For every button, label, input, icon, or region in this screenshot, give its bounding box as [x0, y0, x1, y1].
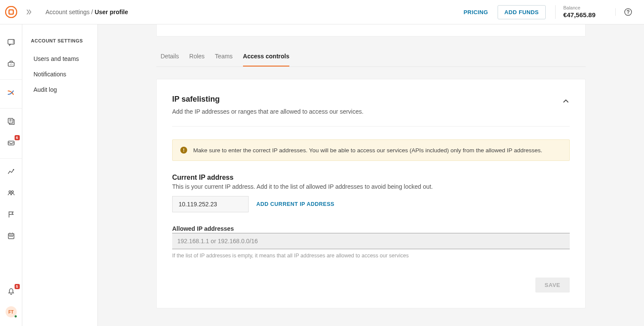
user-avatar[interactable]: FT: [6, 306, 17, 317]
balance-label: Balance: [563, 5, 595, 11]
save-button[interactable]: SAVE: [535, 278, 570, 293]
avatar-initials: FT: [8, 310, 13, 314]
svg-point-7: [13, 42, 14, 43]
rail-chat-icon[interactable]: [3, 34, 20, 51]
bell-badge: 5: [15, 284, 20, 289]
allowed-label: Allowed IP addresses: [172, 225, 570, 232]
help-icon[interactable]: [615, 8, 632, 16]
current-ip-value: 10.119.252.23: [172, 196, 249, 212]
rail-calendar-icon[interactable]: [3, 227, 20, 244]
divider: [172, 126, 570, 127]
sidebar-item-notifications[interactable]: Notifications: [22, 66, 97, 82]
rail-flag-icon[interactable]: [3, 206, 20, 223]
rail-shuffle-icon[interactable]: [3, 84, 20, 101]
svg-point-0: [6, 6, 17, 18]
svg-rect-17: [12, 236, 13, 237]
current-ip-desc: This is your current IP address. Add it …: [172, 183, 570, 190]
rail-team-icon[interactable]: [3, 184, 20, 202]
previous-card-footer: [156, 24, 586, 36]
rail-bell-icon[interactable]: 5: [3, 283, 20, 300]
breadcrumb-current: User profile: [94, 9, 128, 15]
svg-rect-16: [11, 236, 12, 237]
svg-point-3: [628, 13, 629, 14]
svg-point-6: [13, 41, 14, 42]
rail-query-icon[interactable]: [3, 113, 20, 130]
status-dot-icon: [14, 315, 17, 318]
tabs: Details Roles Teams Access controls: [156, 53, 586, 67]
balance-value: €47,565.89: [563, 11, 595, 19]
svg-rect-15: [9, 236, 10, 237]
pricing-link[interactable]: PRICING: [464, 9, 488, 15]
rail-chart-icon[interactable]: [3, 163, 20, 180]
svg-point-5: [13, 40, 14, 41]
badge-count: 6: [15, 135, 20, 140]
section-title: IP safelisting: [172, 95, 364, 104]
tab-access-controls[interactable]: Access controls: [243, 53, 289, 66]
svg-point-13: [11, 191, 13, 193]
sidebar-header: ACCOUNT SETTINGS: [22, 38, 97, 51]
icon-rail: </> 6 5 FT: [0, 24, 22, 326]
warning-alert: ! Make sure to enter the correct IP addr…: [172, 139, 570, 161]
breadcrumb-parent: Account settings /: [46, 9, 94, 15]
warning-icon: !: [180, 147, 187, 154]
collapse-icon[interactable]: [562, 97, 570, 105]
expand-icon[interactable]: [26, 9, 33, 15]
add-funds-button[interactable]: ADD FUNDS: [498, 5, 546, 19]
svg-rect-1: [9, 10, 13, 14]
rail-briefcase-icon[interactable]: </>: [3, 55, 20, 72]
alert-text: Make sure to enter the correct IP addres…: [193, 147, 542, 154]
breadcrumb: Account settings / User profile: [46, 9, 464, 15]
tab-roles[interactable]: Roles: [189, 53, 205, 66]
svg-point-12: [9, 191, 10, 193]
allowed-ip-input[interactable]: [172, 233, 570, 249]
svg-text:</>: </>: [9, 63, 12, 66]
app-logo-icon[interactable]: [5, 6, 17, 18]
section-desc: Add the IP addresses or ranges that are …: [172, 108, 364, 115]
rail-inbox-icon[interactable]: 6: [3, 134, 20, 151]
tab-details[interactable]: Details: [161, 53, 179, 66]
sidebar-item-auditlog[interactable]: Audit log: [22, 82, 97, 97]
sidebar-item-users[interactable]: Users and teams: [22, 51, 97, 66]
helper-text: If the list of IP addresses is empty, it…: [172, 253, 570, 259]
current-ip-title: Current IP address: [172, 174, 570, 181]
tab-teams[interactable]: Teams: [215, 53, 233, 66]
balance-block: Balance €47,565.89: [555, 5, 595, 18]
add-current-ip-button[interactable]: ADD CURRENT IP ADDRESS: [256, 201, 334, 207]
